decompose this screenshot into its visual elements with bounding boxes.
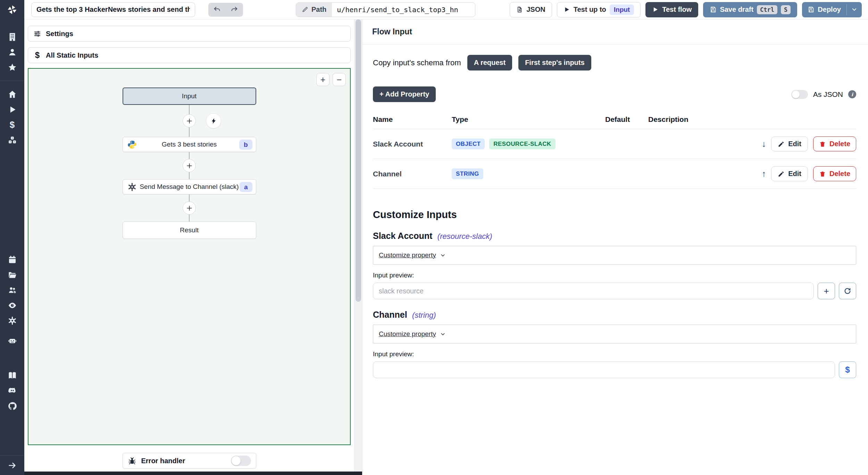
python-icon xyxy=(127,140,137,149)
hub-script-gear-icon xyxy=(127,182,137,192)
cubes-icon xyxy=(8,135,17,145)
sidebar-item-docs[interactable] xyxy=(0,368,24,383)
step-id-badge: a xyxy=(240,182,252,192)
add-step-button[interactable] xyxy=(183,201,196,215)
chevron-down-icon xyxy=(440,252,446,258)
delete-property-button[interactable]: Delete xyxy=(813,136,856,151)
as-json-toggle[interactable] xyxy=(791,90,808,99)
sidebar-item-audit[interactable] xyxy=(0,298,24,313)
sidebar-item-user[interactable] xyxy=(0,44,24,60)
error-handler-toggle[interactable] xyxy=(231,456,251,466)
table-row: Slack Account OBJECT RESOURCE-SLACK ↓ xyxy=(373,129,856,159)
sidebar-item-schedules[interactable] xyxy=(0,252,24,267)
plus-icon xyxy=(186,162,193,169)
customize-field-slack-account: Slack Account (resource-slack) Customize… xyxy=(373,231,856,299)
node-step-b[interactable]: Gets 3 best stories b xyxy=(123,137,256,152)
topbar: Path JSON Test up to Input Test flow Sav… xyxy=(24,0,868,19)
sidebar-item-groups[interactable] xyxy=(0,282,24,298)
flow-canvas[interactable]: + − Input xyxy=(28,68,351,445)
chevron-down-icon xyxy=(851,6,858,13)
flow-title-input[interactable] xyxy=(31,2,195,17)
customize-property-toggle[interactable]: Customize property xyxy=(373,246,856,265)
add-step-button[interactable] xyxy=(183,159,196,172)
column-header-default: Default xyxy=(605,115,648,124)
insert-variable-button[interactable]: $ xyxy=(839,361,856,378)
pencil-icon xyxy=(778,141,785,148)
sidebar-item-favorites[interactable] xyxy=(0,60,24,75)
arrow-right-icon xyxy=(8,461,17,470)
users-gear-icon xyxy=(8,285,17,295)
windmill-logo[interactable] xyxy=(0,0,24,19)
input-preview-label: Input preview: xyxy=(373,272,856,279)
flow-settings-card[interactable]: Settings xyxy=(28,26,351,42)
undo-button[interactable] xyxy=(208,3,226,17)
sidebar-item-workspace[interactable] xyxy=(0,29,24,44)
sliders-icon xyxy=(33,30,41,38)
eye-icon xyxy=(8,301,17,310)
type-badge: STRING xyxy=(452,168,483,179)
copy-from-request-button[interactable]: A request xyxy=(467,55,512,70)
sidebar-item-discord[interactable] xyxy=(0,383,24,398)
properties-table: Name Type Default Description Slack Acco… xyxy=(373,115,856,189)
sidebar-divider xyxy=(0,81,24,81)
zoom-out-button[interactable]: − xyxy=(333,73,346,86)
sidebar: $ xyxy=(0,0,24,475)
move-up-button[interactable]: ↑ xyxy=(762,169,766,178)
type-badge: RESOURCE-SLACK xyxy=(489,139,555,149)
test-up-to-button[interactable]: Test up to Input xyxy=(557,2,641,17)
kbd-s: S xyxy=(781,5,791,14)
pencil-icon xyxy=(778,170,785,177)
deploy-caret-button[interactable] xyxy=(847,2,862,17)
channel-preview-input[interactable] xyxy=(373,361,835,378)
slack-account-preview-input[interactable] xyxy=(373,283,814,299)
customize-inputs-heading: Customize Inputs xyxy=(373,209,856,220)
add-property-button[interactable]: + Add Property xyxy=(373,86,436,102)
property-name: Channel xyxy=(373,170,452,178)
zoom-in-button[interactable]: + xyxy=(316,73,329,86)
edit-property-button[interactable]: Edit xyxy=(771,166,808,181)
play-icon xyxy=(564,6,570,13)
node-step-a[interactable]: Send Message to Channel (slack) a xyxy=(123,179,256,194)
redo-icon xyxy=(231,6,238,14)
redo-button[interactable] xyxy=(226,3,243,17)
test-flow-button[interactable]: Test flow xyxy=(645,2,698,17)
sidebar-item-github[interactable] xyxy=(0,398,24,414)
add-resource-button[interactable]: + xyxy=(818,283,835,299)
save-draft-button[interactable]: Save draft Ctrl S xyxy=(703,2,797,17)
sidebar-item-resources[interactable] xyxy=(0,132,24,148)
refresh-button[interactable] xyxy=(839,283,856,299)
sidebar-item-home[interactable] xyxy=(0,86,24,102)
sidebar-expand[interactable] xyxy=(0,456,24,475)
export-json-icon xyxy=(516,6,523,13)
step-id-badge: b xyxy=(239,140,252,150)
info-icon[interactable]: i xyxy=(848,90,856,98)
add-step-button[interactable] xyxy=(183,114,196,127)
node-input[interactable]: Input xyxy=(123,88,256,105)
path-label[interactable]: Path xyxy=(296,3,332,17)
plus-icon xyxy=(186,205,193,211)
json-button[interactable]: JSON xyxy=(510,2,552,17)
copy-from-first-step-button[interactable]: First step's inputs xyxy=(518,55,591,70)
sidebar-item-runs[interactable] xyxy=(0,102,24,117)
sidebar-item-variables[interactable]: $ xyxy=(0,117,24,132)
trigger-button[interactable] xyxy=(206,113,221,128)
move-down-button[interactable]: ↓ xyxy=(762,140,766,148)
refresh-icon xyxy=(844,287,851,295)
sidebar-item-ai[interactable] xyxy=(0,333,24,348)
path-input[interactable] xyxy=(332,3,475,17)
all-static-inputs-card[interactable]: $ All Static Inputs xyxy=(28,47,351,63)
error-handler-node[interactable]: Error handler xyxy=(123,453,256,469)
deploy-button-group: Deploy xyxy=(802,2,862,17)
scrollbar-thumb[interactable] xyxy=(356,19,361,302)
sidebar-item-folders[interactable] xyxy=(0,267,24,282)
field-name: Channel xyxy=(373,310,407,319)
delete-property-button[interactable]: Delete xyxy=(813,166,856,181)
sidebar-item-settings[interactable] xyxy=(0,313,24,328)
node-result[interactable]: Result xyxy=(123,222,256,239)
discord-icon xyxy=(8,386,17,395)
deploy-button[interactable]: Deploy xyxy=(802,2,846,17)
edit-property-button[interactable]: Edit xyxy=(771,136,808,151)
app-shell: $ xyxy=(0,0,868,475)
customize-property-toggle[interactable]: Customize property xyxy=(373,325,856,343)
bottom-strip xyxy=(24,472,362,475)
